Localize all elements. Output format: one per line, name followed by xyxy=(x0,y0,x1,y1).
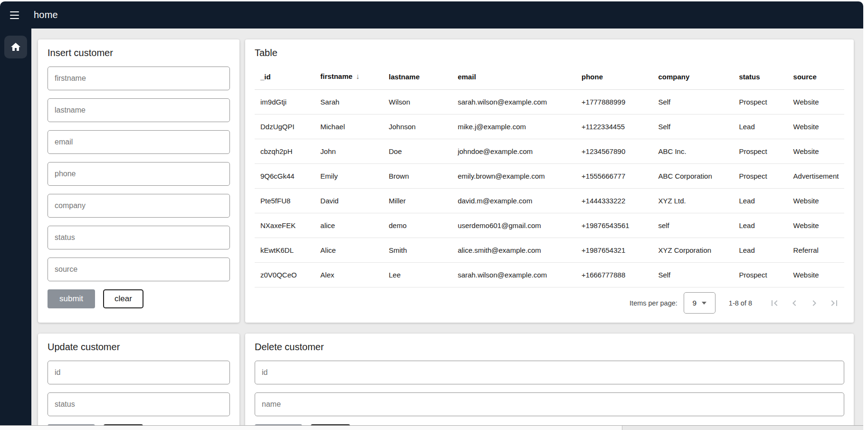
cell-source: Website xyxy=(790,139,844,164)
cell-email: david.m@example.com xyxy=(454,189,578,213)
update-status-input[interactable] xyxy=(48,392,230,416)
phone-input[interactable] xyxy=(48,162,230,186)
column-header-phone[interactable]: phone xyxy=(578,62,654,90)
cell-lastname: Brown xyxy=(385,164,454,189)
cell-id: NXaxeFEK xyxy=(255,213,316,238)
cell-source: Website xyxy=(790,115,844,139)
scrollbar-thumb[interactable] xyxy=(0,426,622,430)
cell-lastname: Johnson xyxy=(385,115,454,139)
items-per-page-select[interactable]: 9 xyxy=(684,292,715,314)
cell-phone: +1987654321 xyxy=(578,238,654,263)
cell-id: DdzUgQPI xyxy=(255,115,316,139)
cell-email: alice.smith@example.com xyxy=(454,238,578,263)
first-page-button[interactable] xyxy=(769,297,780,309)
customer-table: _id firstname↓ lastname email phone comp… xyxy=(255,62,844,287)
cell-source: Website xyxy=(790,263,844,287)
update-card-title: Update customer xyxy=(48,341,230,353)
sort-desc-icon: ↓ xyxy=(356,72,360,80)
cell-firstname: Alice xyxy=(316,238,385,263)
cell-email: userdemo601@gmail.com xyxy=(454,213,578,238)
cell-lastname: Smith xyxy=(385,238,454,263)
delete-name-input[interactable] xyxy=(255,392,844,416)
column-header-firstname[interactable]: firstname↓ xyxy=(316,62,385,90)
cell-company: self xyxy=(654,213,735,238)
table-card: Table _id firstname↓ lastname xyxy=(245,39,854,323)
status-input[interactable] xyxy=(48,226,230,249)
cell-status: Lead xyxy=(735,238,789,263)
chevron-down-icon xyxy=(702,302,706,305)
horizontal-scrollbar[interactable] xyxy=(0,425,863,430)
source-input[interactable] xyxy=(48,258,230,281)
next-page-button[interactable] xyxy=(809,297,820,309)
cell-firstname: David xyxy=(316,189,385,213)
company-input[interactable] xyxy=(48,194,230,218)
table-row: kEwtK6DL Alice Smith alice.smith@example… xyxy=(255,238,844,263)
cell-email: sarah.wilson@example.com xyxy=(454,263,578,287)
cell-firstname: Michael xyxy=(316,115,385,139)
cell-firstname: Sarah xyxy=(316,90,385,115)
column-header-company[interactable]: company xyxy=(654,62,735,90)
insert-submit-button[interactable]: submit xyxy=(48,289,95,308)
cell-company: XYZ Corporation xyxy=(654,238,735,263)
menu-button[interactable] xyxy=(5,7,24,24)
cell-phone: +1122334455 xyxy=(578,115,654,139)
main-content: Insert customer submit clear Table xyxy=(31,29,863,430)
cell-email: johndoe@example.com xyxy=(454,139,578,164)
topbar: home xyxy=(0,1,863,29)
cell-phone: +1555666777 xyxy=(578,164,654,189)
page-title: home xyxy=(34,10,58,20)
items-per-page-label: Items per page: xyxy=(630,299,677,307)
cell-company: ABC Corporation xyxy=(654,164,735,189)
sidebar xyxy=(0,29,31,430)
cell-status: Prospect xyxy=(735,90,789,115)
cell-source: Website xyxy=(790,90,844,115)
column-header-source[interactable]: source xyxy=(790,62,844,90)
cell-status: Lead xyxy=(735,189,789,213)
chevron-right-icon xyxy=(809,297,820,309)
chevron-left-icon xyxy=(789,297,800,309)
home-icon xyxy=(10,41,21,53)
cell-id: kEwtK6DL xyxy=(255,238,316,263)
update-id-input[interactable] xyxy=(48,361,230,384)
delete-id-input[interactable] xyxy=(255,361,844,384)
delete-card-title: Delete customer xyxy=(255,341,844,353)
cell-company: Self xyxy=(654,90,735,115)
cell-source: Referral xyxy=(790,238,844,263)
insert-card-title: Insert customer xyxy=(48,47,230,58)
cell-lastname: Doe xyxy=(385,139,454,164)
cell-status: Prospect xyxy=(735,139,789,164)
cell-id: im9dGtji xyxy=(255,90,316,115)
cell-source: Website xyxy=(790,189,844,213)
cell-email: sarah.wilson@example.com xyxy=(454,90,578,115)
cell-company: XYZ Ltd. xyxy=(654,189,735,213)
cell-id: 9Q6cGk44 xyxy=(255,164,316,189)
column-header-label: firstname xyxy=(320,72,353,80)
table-row: im9dGtji Sarah Wilson sarah.wilson@examp… xyxy=(255,90,844,115)
cell-phone: +19876543561 xyxy=(578,213,654,238)
column-header-email[interactable]: email xyxy=(454,62,578,90)
cell-email: mike.j@example.com xyxy=(454,115,578,139)
table-row: z0V0QCeO Alex Lee sarah.wilson@example.c… xyxy=(255,263,844,287)
lastname-input[interactable] xyxy=(48,98,230,122)
email-input[interactable] xyxy=(48,130,230,154)
insert-clear-button[interactable]: clear xyxy=(103,289,143,308)
cell-status: Lead xyxy=(735,213,789,238)
menu-icon xyxy=(10,11,19,19)
cell-lastname: Miller xyxy=(385,189,454,213)
table-card-title: Table xyxy=(255,47,844,58)
column-header-lastname[interactable]: lastname xyxy=(385,62,454,90)
cell-company: Self xyxy=(654,263,735,287)
cell-phone: +1666777888 xyxy=(578,263,654,287)
last-page-button[interactable] xyxy=(829,297,840,309)
table-row: 9Q6cGk44 Emily Brown emily.brown@example… xyxy=(255,164,844,189)
sidebar-item-home[interactable] xyxy=(4,36,27,58)
table-header-row: _id firstname↓ lastname email phone comp… xyxy=(255,62,844,90)
firstname-input[interactable] xyxy=(48,67,230,90)
cell-status: Prospect xyxy=(735,263,789,287)
cell-phone: +1777888999 xyxy=(578,90,654,115)
column-header-status[interactable]: status xyxy=(735,62,789,90)
cell-firstname: Alex xyxy=(316,263,385,287)
previous-page-button[interactable] xyxy=(789,297,800,309)
column-header-id[interactable]: _id xyxy=(255,62,316,90)
cell-lastname: Lee xyxy=(385,263,454,287)
